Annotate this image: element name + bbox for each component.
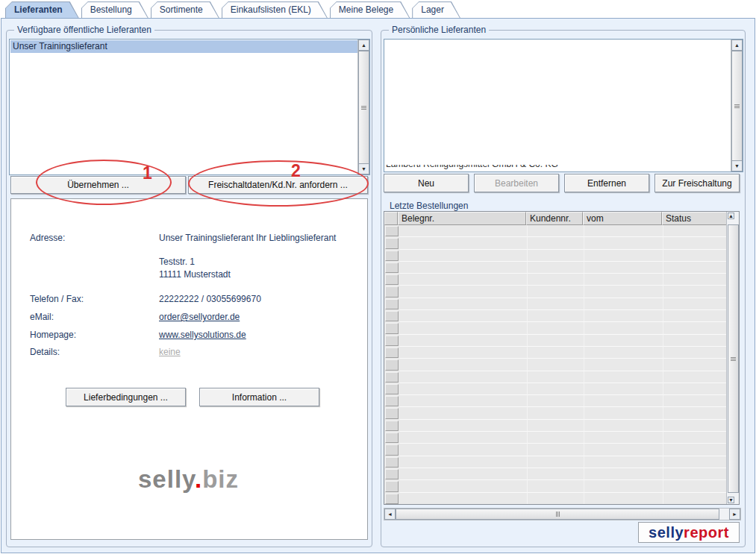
tab-lager[interactable]: Lager	[412, 1, 460, 18]
table-row[interactable]	[384, 237, 727, 249]
table-row[interactable]	[384, 298, 727, 310]
information-button[interactable]: Information ...	[199, 388, 319, 406]
row-header-cell[interactable]	[385, 251, 399, 261]
row-header-cell[interactable]	[385, 336, 399, 346]
table-row[interactable]	[384, 432, 727, 444]
entfernen-button[interactable]: Entfernen	[564, 174, 649, 192]
row-header-cell[interactable]	[385, 481, 399, 491]
table-row[interactable]	[384, 420, 727, 432]
tab-sortimente[interactable]: Sortimente	[151, 1, 219, 18]
thumb-grip-icon	[361, 106, 366, 110]
tab-meine-belege[interactable]: Meine Belege	[330, 1, 410, 18]
orders-table-header: Belegnr. Kundennr. vom Status	[384, 212, 739, 225]
row-header-cell[interactable]	[385, 262, 399, 273]
table-row[interactable]	[384, 250, 727, 262]
table-cell	[584, 493, 663, 504]
row-header-cell[interactable]	[385, 408, 399, 418]
row-header-cell[interactable]	[385, 469, 399, 479]
email-link[interactable]: order@sellyorder.de	[159, 312, 240, 322]
scrollbar-thumb[interactable]	[731, 51, 743, 161]
column-header-status[interactable]: Status	[662, 212, 727, 225]
table-row[interactable]	[384, 310, 727, 322]
table-cell	[663, 383, 727, 395]
scroll-up-icon[interactable]: ▲	[728, 213, 734, 219]
list-item-selected[interactable]: Unser Trainingslieferant	[10, 40, 357, 53]
table-row[interactable]	[384, 468, 727, 480]
row-header-cell[interactable]	[385, 384, 399, 394]
row-header-cell[interactable]	[385, 359, 399, 370]
table-row[interactable]	[384, 274, 727, 286]
homepage-link[interactable]: www.sellysolutions.de	[159, 330, 246, 340]
row-header-cell[interactable]	[385, 421, 399, 431]
table-row[interactable]	[384, 286, 727, 298]
row-header-cell[interactable]	[385, 286, 399, 297]
table-row[interactable]	[384, 456, 727, 468]
table-cell	[399, 274, 528, 286]
table-cell	[663, 250, 727, 262]
table-row[interactable]	[384, 262, 727, 274]
table-cell	[399, 237, 528, 249]
zur-freischaltung-button[interactable]: Zur Freischaltung	[655, 174, 740, 192]
tab-lieferanten[interactable]: Lieferanten	[5, 1, 79, 18]
scroll-up-icon[interactable]: ▲	[731, 40, 743, 51]
row-header-cell[interactable]	[385, 238, 399, 248]
table-cell	[528, 237, 584, 249]
column-header-kundennr[interactable]: Kundennr.	[526, 212, 583, 225]
scrollbar-thumb[interactable]	[728, 224, 739, 493]
row-header-cell[interactable]	[385, 372, 399, 383]
table-row[interactable]	[384, 493, 727, 504]
row-header-cell[interactable]	[385, 274, 399, 285]
app-window: Lieferanten Bestellung Sortimente Einkau…	[0, 0, 756, 557]
column-header-belegnr[interactable]: Belegnr.	[398, 212, 526, 225]
thumb-grip-icon	[556, 512, 560, 517]
row-header-cell[interactable]	[385, 323, 399, 333]
row-header-cell[interactable]	[385, 494, 399, 504]
table-row[interactable]	[384, 383, 727, 395]
scrollbar-thumb[interactable]	[358, 51, 369, 164]
row-header-cell[interactable]	[385, 457, 399, 468]
table-row[interactable]	[384, 335, 727, 347]
orders-horizontal-scrollbar[interactable]: ◄ ►	[384, 508, 741, 520]
table-row[interactable]	[384, 322, 727, 334]
personal-suppliers-list[interactable]: ▲ ▼	[384, 39, 743, 172]
row-header-cell[interactable]	[385, 432, 399, 443]
column-header-vom[interactable]: vom	[583, 212, 662, 225]
scroll-down-glyph: ▼	[361, 166, 366, 171]
table-cell	[584, 407, 663, 419]
clipped-list-item[interactable]: Lamberti Reinigungsmittel GmbH & Co. KG	[385, 165, 722, 170]
row-header-cell[interactable]	[385, 444, 399, 455]
neu-button[interactable]: Neu	[384, 174, 469, 192]
scroll-down-icon[interactable]: ▼	[728, 497, 734, 503]
scrollbar-thumb[interactable]	[396, 509, 719, 520]
table-row[interactable]	[384, 225, 727, 237]
table-row[interactable]	[384, 395, 727, 407]
table-row[interactable]	[384, 407, 727, 419]
table-cell	[663, 468, 727, 480]
table-row[interactable]	[384, 347, 727, 359]
table-row[interactable]	[384, 371, 727, 383]
table-cell	[663, 322, 727, 334]
table-row[interactable]	[384, 480, 727, 492]
row-header-cell[interactable]	[385, 226, 399, 236]
orders-table[interactable]: Belegnr. Kundennr. vom Status ▲ ▼	[384, 211, 740, 505]
personal-list-scrollbar[interactable]: ▲ ▼	[731, 40, 743, 171]
table-cell	[663, 395, 727, 407]
table-cell	[399, 480, 528, 492]
scroll-right-icon[interactable]: ►	[729, 509, 740, 520]
tab-einkaufslisten[interactable]: Einkaufslisten (EKL)	[222, 1, 328, 18]
row-header-cell[interactable]	[385, 396, 399, 406]
table-row[interactable]	[384, 359, 727, 371]
orders-table-scrollbar[interactable]: ▲ ▼	[726, 212, 739, 504]
scroll-down-icon[interactable]: ▼	[731, 160, 743, 171]
table-cell	[663, 359, 727, 371]
scroll-left-icon[interactable]: ◄	[384, 509, 396, 520]
lieferbedingungen-button[interactable]: Lieferbedingungen ...	[66, 388, 186, 406]
tab-bestellung[interactable]: Bestellung	[81, 1, 149, 18]
row-header-cell[interactable]	[385, 347, 399, 358]
table-row[interactable]	[384, 444, 727, 456]
row-header-cell[interactable]	[385, 311, 399, 321]
row-header-cell[interactable]	[385, 299, 399, 309]
public-list-scrollbar[interactable]: ▲ ▼	[357, 40, 369, 174]
public-suppliers-list[interactable]: Unser Trainingslieferant ▲ ▼	[9, 39, 370, 175]
scroll-up-icon[interactable]: ▲	[358, 40, 369, 51]
